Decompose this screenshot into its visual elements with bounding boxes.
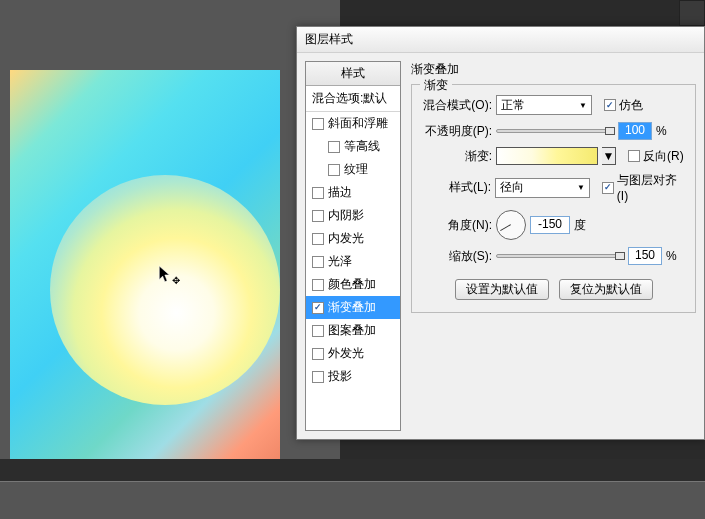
style-item-label: 描边 (328, 184, 352, 201)
style-item[interactable]: 等高线 (306, 135, 400, 158)
dither-label: 仿色 (619, 97, 643, 114)
blend-mode-value: 正常 (501, 97, 525, 114)
style-item-label: 图案叠加 (328, 322, 376, 339)
gradient-overlay-settings: 渐变叠加 渐变 混合模式(O): 正常 ▼ 仿色 不透明度(P): (401, 53, 704, 439)
set-default-button[interactable]: 设置为默认值 (455, 279, 549, 300)
style-checkbox[interactable] (312, 325, 324, 337)
style-checkbox[interactable] (312, 256, 324, 268)
style-checkbox[interactable] (312, 302, 324, 314)
style-item-label: 颜色叠加 (328, 276, 376, 293)
style-checkbox[interactable] (312, 118, 324, 130)
style-item[interactable]: 渐变叠加 (306, 296, 400, 319)
style-item-label: 外发光 (328, 345, 364, 362)
style-item[interactable]: 颜色叠加 (306, 273, 400, 296)
style-item[interactable]: 内阴影 (306, 204, 400, 227)
style-checkbox[interactable] (312, 210, 324, 222)
scale-input[interactable]: 150 (628, 247, 662, 265)
style-item-label: 等高线 (344, 138, 380, 155)
slider-thumb[interactable] (615, 252, 625, 260)
angle-unit: 度 (574, 217, 586, 234)
dialog-titlebar[interactable]: 图层样式 (297, 27, 704, 53)
styles-header[interactable]: 样式 (306, 62, 400, 86)
style-value: 径向 (500, 179, 524, 196)
style-item-label: 渐变叠加 (328, 299, 376, 316)
scale-label: 缩放(S): (420, 248, 492, 265)
style-item-label: 纹理 (344, 161, 368, 178)
style-item-label: 内发光 (328, 230, 364, 247)
gradient-label: 渐变: (420, 148, 492, 165)
scale-slider[interactable] (496, 254, 624, 258)
angle-input[interactable]: -150 (530, 216, 570, 234)
style-checkbox[interactable] (328, 141, 340, 153)
reset-default-button[interactable]: 复位为默认值 (559, 279, 653, 300)
fieldset-legend: 渐变 (420, 77, 452, 94)
blend-mode-select[interactable]: 正常 ▼ (496, 95, 592, 115)
style-item[interactable]: 描边 (306, 181, 400, 204)
style-label: 样式(L): (420, 179, 491, 196)
chevron-down-icon: ▼ (603, 149, 615, 163)
angle-label: 角度(N): (420, 217, 492, 234)
opacity-slider[interactable] (496, 129, 614, 133)
status-bar (0, 481, 705, 519)
gradient-fieldset: 渐变 混合模式(O): 正常 ▼ 仿色 不透明度(P): (411, 84, 696, 313)
dark-bar (0, 459, 705, 481)
reverse-checkbox[interactable] (628, 150, 640, 162)
style-item-label: 内阴影 (328, 207, 364, 224)
top-dock (679, 0, 705, 26)
style-checkbox[interactable] (312, 233, 324, 245)
style-item-label: 光泽 (328, 253, 352, 270)
reverse-label: 反向(R) (643, 148, 684, 165)
opacity-label: 不透明度(P): (420, 123, 492, 140)
style-checkbox[interactable] (312, 348, 324, 360)
style-select[interactable]: 径向 ▼ (495, 178, 590, 198)
style-checkbox[interactable] (312, 371, 324, 383)
gradient-circle-layer[interactable] (50, 175, 280, 405)
canvas[interactable]: ✥ (10, 70, 280, 460)
styles-list-panel: 样式 混合选项:默认 斜面和浮雕等高线纹理描边内阴影内发光光泽颜色叠加渐变叠加图… (305, 61, 401, 431)
align-label: 与图层对齐(I) (617, 172, 687, 203)
style-item-label: 投影 (328, 368, 352, 385)
section-title: 渐变叠加 (411, 61, 696, 78)
angle-dial[interactable] (496, 210, 526, 240)
chevron-down-icon: ▼ (579, 101, 587, 110)
layer-style-dialog: 图层样式 样式 混合选项:默认 斜面和浮雕等高线纹理描边内阴影内发光光泽颜色叠加… (296, 26, 705, 440)
style-item-label: 斜面和浮雕 (328, 115, 388, 132)
style-checkbox[interactable] (312, 279, 324, 291)
style-checkbox[interactable] (312, 187, 324, 199)
style-item[interactable]: 斜面和浮雕 (306, 112, 400, 135)
blend-mode-label: 混合模式(O): (420, 97, 492, 114)
style-checkbox[interactable] (328, 164, 340, 176)
style-item[interactable]: 投影 (306, 365, 400, 388)
gradient-preview[interactable] (496, 147, 598, 165)
style-item[interactable]: 纹理 (306, 158, 400, 181)
dialog-title: 图层样式 (305, 31, 353, 48)
style-item[interactable]: 光泽 (306, 250, 400, 273)
opacity-input[interactable]: 100 (618, 122, 652, 140)
move-indicator-icon: ✥ (172, 275, 180, 286)
blend-options-default[interactable]: 混合选项:默认 (306, 86, 400, 112)
chevron-down-icon: ▼ (577, 183, 585, 192)
percent-label: % (656, 124, 667, 138)
gradient-dropdown-button[interactable]: ▼ (602, 147, 616, 165)
slider-thumb[interactable] (605, 127, 615, 135)
dither-checkbox[interactable] (604, 99, 616, 111)
style-item[interactable]: 内发光 (306, 227, 400, 250)
canvas-workspace: ✥ (0, 0, 340, 460)
style-item[interactable]: 图案叠加 (306, 319, 400, 342)
percent-label: % (666, 249, 677, 263)
angle-indicator (500, 224, 511, 231)
style-item[interactable]: 外发光 (306, 342, 400, 365)
align-checkbox[interactable] (602, 182, 614, 194)
